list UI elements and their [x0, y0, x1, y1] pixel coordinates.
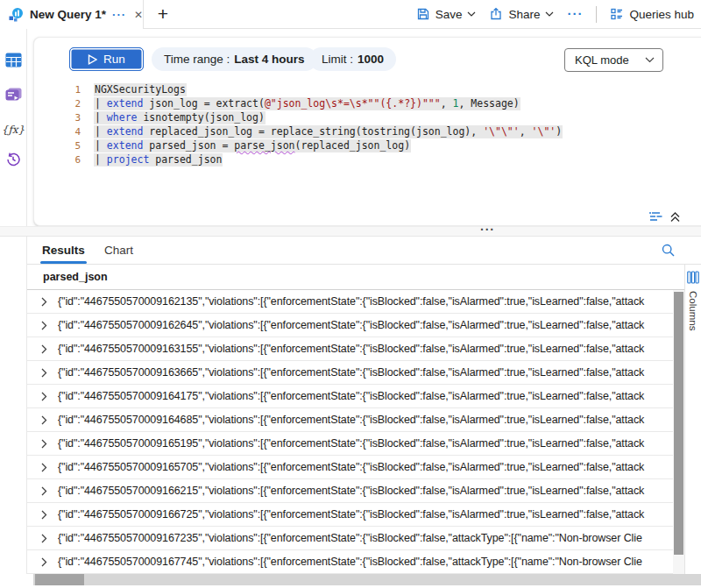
table-row[interactable]: {"id":"4467550570009166725","violations"…: [27, 503, 673, 527]
row-json-value: {"id":"4467550570009163155","violations"…: [58, 343, 644, 355]
search-icon[interactable]: [661, 243, 676, 258]
more-actions-button[interactable]: ···: [567, 10, 583, 18]
kusto-web-explorer: New Query 1* ··· ✕ + Save: [0, 0, 701, 588]
tab-chart[interactable]: Chart: [104, 237, 133, 264]
row-json-value: {"id":"4467550570009166215","violations"…: [58, 485, 644, 497]
expand-row-icon[interactable]: [40, 510, 48, 520]
code-line[interactable]: 2| extend json_log = extract(@"json_log\…: [34, 96, 699, 110]
expand-row-icon[interactable]: [40, 344, 48, 354]
format-lines-icon[interactable]: [648, 211, 663, 223]
row-json-value: {"id":"4467550570009164685","violations"…: [58, 414, 644, 426]
queries-hub-button[interactable]: Queries hub: [610, 7, 694, 21]
code-line[interactable]: 5| extend parsed_json = parse_json(repla…: [34, 138, 699, 152]
divider: [596, 6, 597, 23]
expand-row-icon[interactable]: [40, 486, 48, 496]
table-row[interactable]: {"id":"4467550570009165195","violations"…: [27, 432, 673, 456]
query-mode-select[interactable]: KQL mode: [564, 48, 663, 72]
chevron-down-icon: [467, 11, 476, 17]
column-header-parsed-json[interactable]: parsed_json: [43, 271, 108, 283]
row-json-value: {"id":"4467550570009164175","violations"…: [58, 390, 644, 402]
table-row[interactable]: {"id":"4467550570009163155","violations"…: [27, 337, 673, 361]
row-json-value: {"id":"4467550570009167235","violations"…: [58, 532, 642, 544]
row-json-value: {"id":"4467550570009162135","violations"…: [58, 295, 644, 308]
results-tabbar: Results Chart: [27, 237, 701, 265]
expand-row-icon[interactable]: [40, 392, 48, 401]
expand-row-icon[interactable]: [40, 297, 48, 307]
expand-row-icon[interactable]: [40, 321, 48, 330]
more-icon: ···: [567, 10, 583, 18]
table-row[interactable]: {"id":"4467550570009164175","violations"…: [27, 385, 673, 408]
table-row[interactable]: {"id":"4467550570009163665","violations"…: [27, 361, 673, 385]
tab-results[interactable]: Results: [42, 237, 85, 264]
tab-bar: New Query 1* ··· ✕ + Save: [0, 0, 701, 29]
expand-row-icon[interactable]: [40, 368, 48, 378]
left-rail: {ƒx}: [0, 29, 27, 574]
columns-panel-tab[interactable]: Columns: [685, 265, 701, 330]
line-number: 1: [34, 84, 94, 96]
expand-row-icon[interactable]: [40, 534, 48, 543]
tab-title: New Query 1*: [30, 8, 106, 21]
grid-header[interactable]: parsed_json: [27, 265, 684, 290]
expand-row-icon[interactable]: [40, 415, 48, 425]
run-button[interactable]: Run: [69, 47, 144, 71]
pane-splitter[interactable]: ···: [0, 226, 701, 237]
grid-body: {"id":"4467550570009162135","violations"…: [27, 290, 673, 574]
functions-icon[interactable]: {ƒx}: [0, 117, 26, 143]
time-range-picker[interactable]: Time range : Last 4 hours: [152, 47, 317, 71]
tabbar-actions: Save Share ···: [416, 0, 694, 28]
adx-query-icon: [8, 7, 24, 23]
code-line[interactable]: 6| project parsed_json: [34, 152, 699, 166]
line-number: 6: [34, 154, 94, 166]
row-json-value: {"id":"4467550570009163665","violations"…: [58, 366, 644, 379]
save-icon: [416, 7, 430, 21]
table-row[interactable]: {"id":"4467550570009162645","violations"…: [27, 314, 673, 337]
query-editor-panel: Run Time range : Last 4 hours Limit : 10…: [33, 37, 701, 226]
expand-row-icon[interactable]: [40, 557, 48, 567]
expand-row-icon[interactable]: [40, 439, 48, 449]
expand-row-icon[interactable]: [40, 463, 48, 472]
code-line[interactable]: 4| extend replaced_json_log = replace_st…: [34, 124, 699, 138]
vertical-scrollbar[interactable]: [673, 290, 684, 574]
row-json-value: {"id":"4467550570009162645","violations"…: [58, 319, 644, 331]
chevron-down-icon: [545, 11, 554, 17]
columns-panel-strip: Columns: [684, 265, 701, 574]
vertical-scrollbar-thumb[interactable]: [674, 292, 683, 555]
share-icon: [489, 7, 503, 21]
collapse-editor-icon[interactable]: [669, 211, 681, 223]
limit-picker[interactable]: Limit : 1000: [309, 47, 396, 71]
new-tab-button[interactable]: +: [152, 2, 174, 26]
save-button[interactable]: Save: [416, 7, 477, 21]
table-row[interactable]: {"id":"4467550570009167745","violations"…: [27, 550, 673, 574]
code-line[interactable]: 3| where isnotempty(json_log): [34, 110, 699, 124]
saved-queries-icon[interactable]: [0, 81, 26, 108]
table-row[interactable]: {"id":"4467550570009166215","violations"…: [27, 479, 673, 503]
line-number: 2: [34, 98, 94, 110]
horizontal-scrollbar-thumb[interactable]: [35, 574, 84, 585]
line-number: 3: [34, 112, 94, 124]
editor-corner-actions: [648, 211, 681, 223]
connections-table-icon[interactable]: [0, 46, 26, 73]
table-row[interactable]: {"id":"4467550570009162135","violations"…: [27, 290, 673, 314]
queries-hub-icon: [610, 7, 624, 21]
horizontal-scrollbar[interactable]: [33, 574, 701, 585]
tab-new-query[interactable]: New Query 1* ··· ✕: [0, 0, 144, 29]
splitter-handle[interactable]: ···: [480, 223, 495, 237]
code-line[interactable]: 1NGXSecurityLogs: [34, 82, 699, 96]
table-row[interactable]: {"id":"4467550570009167235","violations"…: [27, 527, 673, 550]
chevron-down-icon: [645, 57, 655, 63]
tab-close-icon[interactable]: ✕: [132, 9, 145, 21]
line-number: 5: [34, 140, 94, 152]
row-json-value: {"id":"4467550570009166725","violations"…: [58, 508, 644, 521]
columns-panel-label: Columns: [688, 291, 698, 330]
tab-more-icon[interactable]: ···: [112, 11, 126, 19]
row-json-value: {"id":"4467550570009167745","violations"…: [58, 556, 642, 568]
code-lines[interactable]: 1NGXSecurityLogs2| extend json_log = ext…: [34, 82, 699, 166]
query-history-icon[interactable]: [0, 146, 26, 173]
line-number: 4: [34, 126, 94, 138]
share-button[interactable]: Share: [489, 7, 554, 21]
play-icon: [88, 54, 97, 65]
row-json-value: {"id":"4467550570009165195","violations"…: [58, 437, 644, 450]
table-row[interactable]: {"id":"4467550570009165705","violations"…: [27, 456, 673, 479]
table-row[interactable]: {"id":"4467550570009164685","violations"…: [27, 408, 673, 432]
row-json-value: {"id":"4467550570009165705","violations"…: [58, 461, 644, 473]
